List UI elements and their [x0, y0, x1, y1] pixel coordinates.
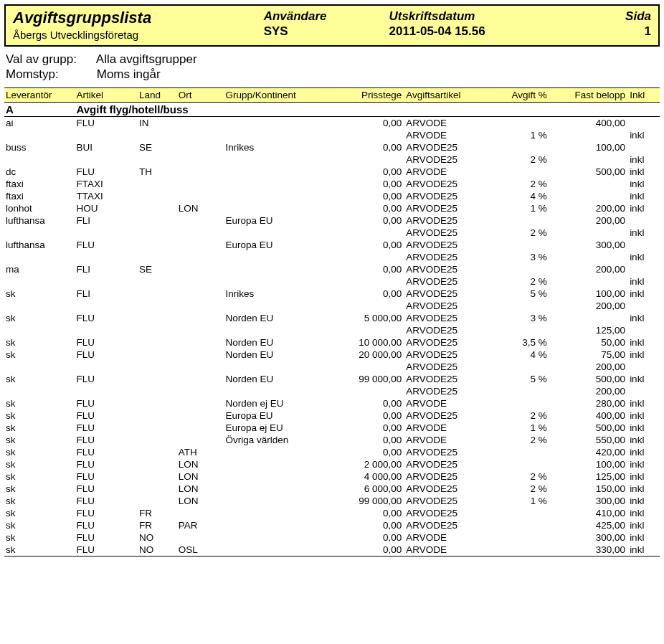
cell-art — [75, 251, 138, 263]
table-row: skFLUNOOSL0,00ARVODE330,00inkl — [4, 544, 660, 557]
cell-inkl: inkl — [628, 507, 660, 519]
cell-grp — [224, 166, 333, 178]
cell-art — [75, 324, 138, 336]
cell-inkl — [628, 300, 660, 312]
cell-grp — [224, 275, 333, 288]
table-row: skFLUATH0,00ARVODE25420,00inkl — [4, 446, 660, 458]
table-row: dcFLUTH0,00ARVODE500,00inkl — [4, 166, 660, 178]
cell-art — [75, 275, 138, 288]
cell-lev: dc — [4, 166, 75, 178]
cell-aart: ARVODE25 — [404, 178, 487, 190]
cell-inkl: inkl — [628, 446, 660, 458]
cell-ort — [177, 385, 224, 397]
table-row: skFLULON4 000,00ARVODE252 %125,00inkl — [4, 470, 660, 483]
cell-fast: 300,00 — [550, 239, 628, 251]
cell-pris: 0,00 — [334, 178, 405, 190]
table-row: skFLULON99 000,00ARVODE251 %300,00inkl — [4, 495, 660, 507]
printdate-value: 2011-05-04 15.56 — [389, 24, 594, 39]
cell-inkl: inkl — [628, 153, 660, 166]
cell-fast — [550, 190, 628, 202]
cell-inkl — [628, 263, 660, 275]
cell-avg: 5 % — [487, 373, 550, 385]
cell-grp — [224, 227, 333, 239]
table-row: aiFLUIN0,00ARVODE400,00 — [4, 117, 660, 130]
cell-art: FLU — [75, 483, 138, 495]
cell-grp — [224, 544, 333, 557]
cell-fast: 200,00 — [550, 361, 628, 373]
cell-pris: 0,00 — [334, 202, 405, 214]
table-row: skFLUEuropa EU0,00ARVODE252 %400,00inkl — [4, 409, 660, 422]
cell-aart: ARVODE25 — [404, 385, 487, 397]
table-row: lufthansaFLIEuropa EU0,00ARVODE25200,00 — [4, 214, 660, 227]
cell-land — [138, 300, 177, 312]
cell-fast: 150,00 — [550, 483, 628, 495]
group-name: Avgift flyg/hotell/buss — [75, 103, 660, 117]
cell-aart: ARVODE — [404, 434, 487, 446]
cell-fast: 280,00 — [550, 397, 628, 409]
cell-lev — [4, 385, 75, 397]
cell-ort — [177, 397, 224, 409]
cell-art: FLU — [75, 397, 138, 409]
cell-art: FLU — [75, 434, 138, 446]
cell-lev: sk — [4, 336, 75, 349]
cell-land: SE — [138, 263, 177, 275]
cell-pris: 0,00 — [334, 446, 405, 458]
cell-land — [138, 251, 177, 263]
table-row: ARVODE25200,00 — [4, 361, 660, 373]
cell-pris: 2 000,00 — [334, 458, 405, 470]
cell-ort — [177, 422, 224, 434]
cell-grp: Europa EU — [224, 409, 333, 422]
cell-fast: 500,00 — [550, 373, 628, 385]
cell-avg — [487, 531, 550, 544]
cell-pris: 0,00 — [334, 141, 405, 153]
cell-land — [138, 409, 177, 422]
cell-avg: 1 % — [487, 129, 550, 141]
cell-avg: 2 % — [487, 483, 550, 495]
cell-ort: ATH — [177, 446, 224, 458]
table-row: skFLULON6 000,00ARVODE252 %150,00inkl — [4, 483, 660, 495]
cell-lev: sk — [4, 531, 75, 544]
cell-art — [75, 227, 138, 239]
cell-pris — [334, 129, 405, 141]
cell-lev — [4, 227, 75, 239]
cell-pris: 0,00 — [334, 409, 405, 422]
cell-aart: ARVODE — [404, 117, 487, 130]
cell-aart: ARVODE25 — [404, 519, 487, 531]
cell-grp — [224, 531, 333, 544]
cell-inkl — [628, 324, 660, 336]
table-row: ftaxiTTAXI0,00ARVODE254 %inkl — [4, 190, 660, 202]
cell-fast: 400,00 — [550, 409, 628, 422]
cell-pris: 0,00 — [334, 434, 405, 446]
cell-fast: 200,00 — [550, 202, 628, 214]
cell-ort: LON — [177, 495, 224, 507]
cell-fast: 200,00 — [550, 263, 628, 275]
cell-avg — [487, 239, 550, 251]
cell-land — [138, 385, 177, 397]
cell-pris: 0,00 — [334, 288, 405, 300]
col-prisstege: Prisstege — [334, 88, 405, 103]
filter-group-value: Alla avgiftsgrupper — [96, 52, 197, 66]
cell-lev: sk — [4, 349, 75, 361]
group-header-row: A Avgift flyg/hotell/buss — [4, 103, 660, 117]
group-code: A — [4, 103, 75, 117]
cell-ort — [177, 531, 224, 544]
cell-fast: 50,00 — [550, 336, 628, 349]
cell-aart: ARVODE25 — [404, 239, 487, 251]
cell-ort — [177, 434, 224, 446]
cell-lev: sk — [4, 288, 75, 300]
cell-fast: 200,00 — [550, 385, 628, 397]
cell-grp — [224, 178, 333, 190]
cell-aart: ARVODE25 — [404, 214, 487, 227]
cell-ort — [177, 239, 224, 251]
cell-ort: LON — [177, 483, 224, 495]
cell-fast: 425,00 — [550, 519, 628, 531]
cell-art — [75, 361, 138, 373]
cell-avg — [487, 519, 550, 531]
cell-lev: ftaxi — [4, 190, 75, 202]
cell-inkl — [628, 214, 660, 227]
cell-aart: ARVODE25 — [404, 409, 487, 422]
cell-avg: 1 % — [487, 202, 550, 214]
cell-art: FLU — [75, 312, 138, 324]
cell-land — [138, 129, 177, 141]
cell-aart: ARVODE25 — [404, 324, 487, 336]
